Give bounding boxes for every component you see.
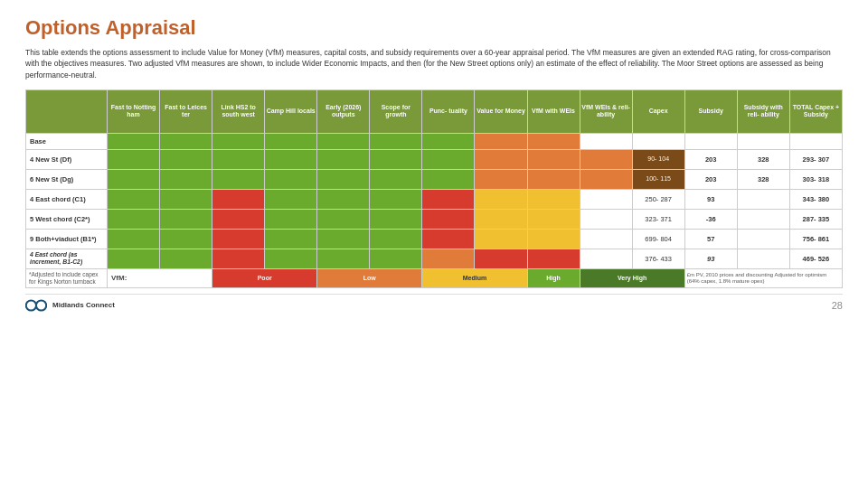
col-header-label [26, 89, 108, 133]
cell-r3-6 [370, 189, 422, 209]
cell-r1-capex: 90- 104 [632, 149, 684, 169]
cell-r6-1 [108, 249, 160, 268]
cell-r2-7 [422, 169, 475, 189]
cell-r5-7 [422, 229, 475, 249]
cell-r1-1 [108, 149, 160, 169]
footer-logo: Midlands Connect [25, 298, 115, 313]
cell-r1-4 [265, 149, 317, 169]
cell-r3-subsidyrel [737, 189, 789, 209]
cell-r2-8 [475, 169, 527, 189]
footer-bar: Midlands Connect 28 [25, 294, 843, 313]
col-header-fast-notting: Fast to Notting ham [108, 89, 160, 133]
cell-r4-subsidy: -36 [684, 209, 737, 229]
cell-r6-9 [527, 249, 580, 268]
cell-r2-6 [370, 169, 422, 189]
cell-r2-2 [160, 169, 212, 189]
vfm-label: VfM: [108, 268, 212, 287]
cell-r6-7 [422, 249, 475, 268]
table-row-4eastchord-c1: 4 East chord (C1) 250- 287 93 343- 380 [26, 189, 843, 209]
cell-r3-8 [475, 189, 527, 209]
cell-r6-total: 469- 526 [789, 249, 842, 268]
cell-r5-2 [160, 229, 212, 249]
options-table-wrap: Fast to Notting ham Fast to Leices ter L… [25, 89, 843, 288]
vfm-footnote-label: *Adjusted to include capex for Kings Nor… [26, 268, 108, 287]
cell-r4-8 [475, 209, 527, 229]
cell-base-3 [212, 133, 265, 149]
page-container: Options Appraisal This table extends the… [0, 0, 868, 322]
row-label-base: Base [26, 133, 108, 149]
cell-base-5 [317, 133, 370, 149]
cell-r6-4 [265, 249, 317, 268]
cell-r4-5 [317, 209, 370, 229]
row-label-4eastchord-inc: 4 East chord (as increment, B1-C2) [26, 249, 108, 268]
col-header-fast-leices: Fast to Leices ter [160, 89, 212, 133]
cell-r5-8 [475, 229, 527, 249]
cell-r3-2 [160, 189, 212, 209]
cell-base-8 [475, 133, 527, 149]
cell-r4-6 [370, 209, 422, 229]
cell-r3-7 [422, 189, 475, 209]
cell-r5-subsidy: 57 [684, 229, 737, 249]
cell-r4-1 [108, 209, 160, 229]
col-header-early: Early (2026) outputs [317, 89, 370, 133]
col-header-total: TOTAL Capex + Subsidy [789, 89, 842, 133]
cell-r1-2 [160, 149, 212, 169]
cell-r4-capex: 323- 371 [632, 209, 684, 229]
cell-r5-9 [527, 229, 580, 249]
cell-r6-capex: 376- 433 [632, 249, 684, 268]
cell-r4-9 [527, 209, 580, 229]
cell-r2-10 [580, 169, 632, 189]
row-label-4eastchord-c1: 4 East chord (C1) [26, 189, 108, 209]
cell-r4-10 [580, 209, 632, 229]
cell-base-2 [160, 133, 212, 149]
page-number: 28 [832, 300, 843, 311]
cell-r2-total: 303- 318 [789, 169, 842, 189]
vfm-legend-row: *Adjusted to include capex for Kings Nor… [26, 268, 843, 287]
cell-r2-1 [108, 169, 160, 189]
cell-r1-3 [212, 149, 265, 169]
vfm-very-high-cell: Very High [580, 268, 684, 287]
cell-r2-capex: 100- 115 [632, 169, 684, 189]
cell-r6-6 [370, 249, 422, 268]
cell-r3-subsidy: 93 [684, 189, 737, 209]
cell-r4-subsidyrel [737, 209, 789, 229]
cell-r3-9 [527, 189, 580, 209]
col-header-subsidy-rel: Subsidy with reli- ability [737, 89, 789, 133]
table-row-4eastchord-inc: 4 East chord (as increment, B1-C2) 376- … [26, 249, 843, 268]
cell-base-7 [422, 133, 475, 149]
svg-point-0 [26, 300, 36, 310]
cell-r1-total: 293- 307 [789, 149, 842, 169]
cell-r2-subsidy: 203 [684, 169, 737, 189]
cell-r3-5 [317, 189, 370, 209]
cell-base-6 [370, 133, 422, 149]
footnote-right: £m PV, 2010 prices and discounting Adjus… [684, 268, 842, 287]
cell-r6-2 [160, 249, 212, 268]
cell-r1-7 [422, 149, 475, 169]
cell-r1-5 [317, 149, 370, 169]
cell-base-13 [737, 133, 789, 149]
vfm-medium-cell: Medium [422, 268, 527, 287]
table-row-6newst-dg: 6 New St (Dg) 100- 115 203 328 303- 318 [26, 169, 843, 189]
cell-r6-10 [580, 249, 632, 268]
col-header-camp-hill: Camp Hill locals [265, 89, 317, 133]
cell-r3-4 [265, 189, 317, 209]
cell-r5-1 [108, 229, 160, 249]
cell-r1-8 [475, 149, 527, 169]
table-header-row: Fast to Notting ham Fast to Leices ter L… [26, 89, 843, 133]
vfm-poor-cell: Poor [212, 268, 317, 287]
cell-r1-10 [580, 149, 632, 169]
cell-r6-3 [212, 249, 265, 268]
cell-r5-3 [212, 229, 265, 249]
vfm-low-cell: Low [317, 268, 422, 287]
cell-r4-2 [160, 209, 212, 229]
svg-point-1 [36, 300, 46, 310]
cell-r5-subsidyrel [737, 229, 789, 249]
col-header-value: Value for Money [475, 89, 527, 133]
table-row-9both-b1: 9 Both+viaduct (B1*) 699- 804 57 756- 86… [26, 229, 843, 249]
cell-base-1 [108, 133, 160, 149]
cell-r4-7 [422, 209, 475, 229]
mc-logo-icon [25, 298, 47, 313]
cell-r6-subsidyrel [737, 249, 789, 268]
cell-r3-3 [212, 189, 265, 209]
row-label-9both-b1: 9 Both+viaduct (B1*) [26, 229, 108, 249]
